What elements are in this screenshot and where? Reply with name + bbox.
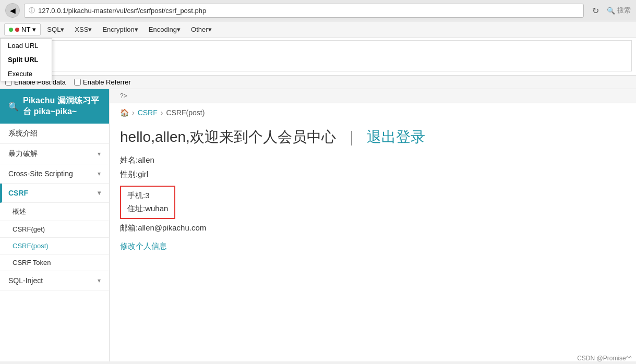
main-layout: 🔍 Pikachu 漏洞练习平台 pika~pika~ 系统介绍 暴力破解 ▾ … (0, 89, 636, 361)
breadcrumb: 🏠 › CSRF › CSRF(post) (110, 103, 636, 122)
breadcrumb-current: CSRF(post) (166, 108, 205, 117)
field-email-value: allen@pikachu.com (138, 223, 206, 232)
chevron-down-icon: ▾ (98, 150, 101, 157)
back-button[interactable]: ◀ (5, 3, 20, 18)
toolbar: NT ▾ Load URL Split URL Execute SQL▾ XSS… (0, 21, 636, 38)
red-dot (15, 28, 19, 32)
search-placeholder: 搜索 (617, 6, 631, 15)
sidebar-subitem-label: 概述 (13, 208, 26, 215)
encryption-menu[interactable]: Encryption▾ (98, 24, 142, 35)
other-menu[interactable]: Other▾ (187, 24, 216, 35)
field-gender-label: 性别: (120, 169, 138, 178)
breadcrumb-sep: › (132, 108, 135, 117)
sidebar-subitem-csrf-get[interactable]: CSRF(get) (0, 221, 109, 238)
sidebar-subitem-csrf-token[interactable]: CSRF Token (0, 254, 109, 271)
sidebar-item-label: 系统介绍 (8, 129, 38, 138)
nt-label: NT (21, 26, 30, 33)
page-heading-text: hello,allen,欢迎来到个人会员中心 (120, 127, 336, 147)
field-phone: 手机:3 (127, 191, 168, 201)
search-area[interactable]: 🔍 搜索 (607, 6, 631, 15)
sidebar-item-brute[interactable]: 暴力破解 ▾ (0, 144, 109, 164)
field-gender-value: girl (138, 169, 148, 178)
execute-option[interactable]: Execute (1, 67, 52, 81)
sidebar-item-sql[interactable]: SQL-Inject ▾ (0, 271, 109, 290)
split-url-option[interactable]: Split URL (1, 53, 52, 67)
sidebar-item-label: SQL-Inject (8, 276, 43, 285)
url-textarea[interactable] (4, 40, 632, 71)
separator: ｜ (344, 127, 358, 147)
sidebar-header-title: Pikachu 漏洞练习平台 pika~pika~ (23, 95, 101, 117)
sidebar-item-intro[interactable]: 系统介绍 (0, 124, 109, 144)
xss-menu[interactable]: XSS▾ (70, 24, 96, 35)
green-dot (9, 28, 13, 32)
sql-menu[interactable]: SQL▾ (43, 24, 68, 35)
sidebar-header-icon: 🔍 (8, 102, 19, 112)
refresh-button[interactable]: ↻ (588, 3, 603, 18)
content-area: ?> 🏠 › CSRF › CSRF(post) hello,allen,欢迎来… (110, 89, 636, 361)
sidebar-header: 🔍 Pikachu 漏洞练习平台 pika~pika~ (0, 89, 109, 124)
content-main: hello,allen,欢迎来到个人会员中心 ｜ 退出登录 姓名:allen 性… (110, 122, 636, 262)
field-gender: 性别:girl (120, 169, 626, 179)
load-url-option[interactable]: Load URL (1, 39, 52, 53)
breadcrumb-sep2: › (161, 108, 163, 117)
browser-chrome: ◀ ⓘ 127.0.0.1/pikachu-master/vul/csrf/cs… (0, 0, 636, 21)
enable-referrer-checkbox[interactable] (74, 79, 81, 86)
sidebar-subitem-csrf-post[interactable]: CSRF(post) (0, 238, 109, 254)
field-name-label: 姓名: (120, 155, 138, 164)
watermark: CSDN @Promise^^ (577, 355, 632, 362)
field-phone-label: 手机: (127, 191, 145, 200)
logout-link[interactable]: 退出登录 (367, 127, 425, 147)
sidebar-subitem-label: CSRF Token (13, 259, 51, 266)
sidebar-item-xss[interactable]: Cross-Site Scripting ▾ (0, 164, 109, 184)
nt-dropdown[interactable]: NT ▾ (4, 23, 41, 35)
sidebar: 🔍 Pikachu 漏洞练习平台 pika~pika~ 系统介绍 暴力破解 ▾ … (0, 89, 110, 361)
lock-icon: ⓘ (29, 6, 35, 15)
chevron-down-icon: ▾ (98, 189, 101, 197)
highlighted-box: 手机:3 住址:wuhan (120, 186, 175, 219)
sidebar-subitem-label: CSRF(get) (13, 225, 45, 233)
options-row: Enable Post data Enable Referrer (0, 76, 636, 89)
sidebar-item-label: Cross-Site Scripting (8, 169, 73, 178)
sidebar-item-label: CSRF (8, 189, 28, 197)
top-bar-text: ?> (120, 92, 127, 100)
chevron-down-icon: ▾ (98, 277, 101, 284)
sidebar-subitem-overview[interactable]: 概述 (0, 203, 109, 221)
chevron-down-icon: ▾ (32, 26, 36, 33)
field-email-label: 邮箱: (120, 223, 138, 232)
sidebar-subitem-label: CSRF(post) (13, 242, 49, 250)
field-address-value: wuhan (145, 204, 168, 213)
edit-info-link[interactable]: 修改个人信息 (120, 241, 167, 251)
field-email: 邮箱:allen@pikachu.com (120, 223, 626, 233)
field-phone-value: 3 (145, 191, 149, 200)
page-title: hello,allen,欢迎来到个人会员中心 ｜ 退出登录 (120, 127, 626, 147)
encoding-menu[interactable]: Encoding▾ (145, 24, 185, 35)
breadcrumb-csrf[interactable]: CSRF (138, 108, 158, 117)
url-bar: ⓘ 127.0.0.1/pikachu-master/vul/csrf/csrf… (24, 4, 584, 18)
enable-referrer-label[interactable]: Enable Referrer (74, 78, 131, 86)
chevron-down-icon: ▾ (98, 170, 101, 177)
field-name: 姓名:allen (120, 155, 626, 165)
field-address-label: 住址: (127, 204, 145, 213)
sidebar-item-label: 暴力破解 (8, 149, 38, 159)
search-icon: 🔍 (607, 7, 615, 15)
home-icon[interactable]: 🏠 (120, 108, 129, 117)
sidebar-item-csrf[interactable]: CSRF ▾ (0, 184, 109, 203)
url-input-row (0, 38, 636, 76)
content-top-bar: ?> (110, 89, 636, 103)
url-text: 127.0.0.1/pikachu-master/vul/csrf/csrfpo… (38, 7, 206, 15)
url-dropdown-menu: Load URL Split URL Execute (0, 38, 52, 81)
field-name-value: allen (138, 155, 154, 164)
enable-referrer-text: Enable Referrer (83, 78, 131, 86)
back-icon: ◀ (10, 6, 16, 15)
field-address: 住址:wuhan (127, 204, 168, 214)
